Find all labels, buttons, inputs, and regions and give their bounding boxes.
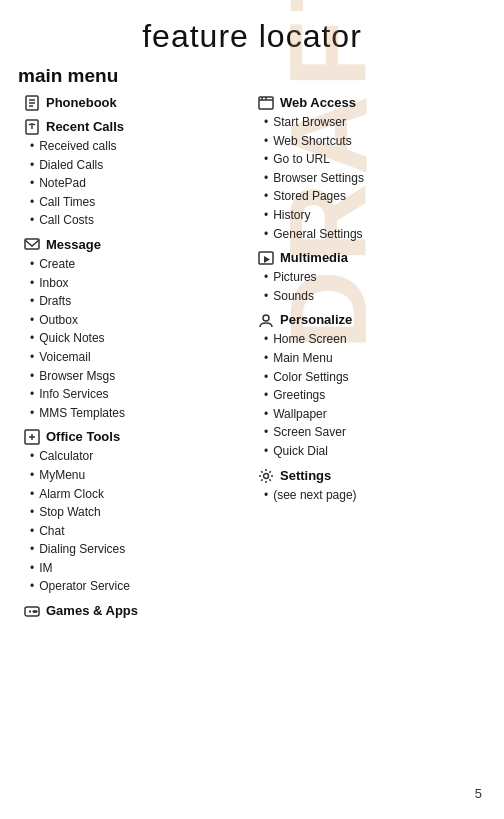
list-item: Create [30,255,252,274]
personalize-icon [252,311,280,329]
menu-header-phonebook: Phonebook [18,93,252,112]
menu-group-multimedia: MultimediaPicturesSounds [252,248,486,305]
list-item: Info Services [30,385,252,404]
web-access-sublist: Start BrowserWeb ShortcutsGo to URLBrows… [252,113,486,243]
list-item: Pictures [264,268,486,287]
list-item: Browser Msgs [30,367,252,386]
recent-calls-icon [18,118,46,136]
multimedia-label: Multimedia [280,250,348,265]
menu-group-office-tools: Office ToolsCalculatorMyMenuAlarm ClockS… [18,427,252,596]
menu-header-message: Message [18,235,252,254]
menu-header-personalize: Personalize [252,310,486,329]
svg-marker-20 [264,256,270,263]
list-item: Dialing Services [30,540,252,559]
menu-header-settings: Settings [252,466,486,485]
recent-calls-label: Recent Calls [46,119,124,134]
list-item: History [264,206,486,225]
right-column: Web AccessStart BrowserWeb ShortcutsGo t… [252,93,486,625]
list-item: Web Shortcuts [264,132,486,151]
list-item: Outbox [30,311,252,330]
list-item: Sounds [264,287,486,306]
office-tools-sublist: CalculatorMyMenuAlarm ClockStop WatchCha… [18,447,252,596]
menu-group-web-access: Web AccessStart BrowserWeb ShortcutsGo t… [252,93,486,243]
settings-label: Settings [280,468,331,483]
menu-group-personalize: PersonalizeHome ScreenMain MenuColor Set… [252,310,486,460]
office-tools-icon [18,428,46,446]
list-item: Operator Service [30,577,252,596]
menu-group-settings: Settings(see next page) [252,466,486,505]
phonebook-icon [18,94,46,112]
list-item: Drafts [30,292,252,311]
list-item: NotePad [30,174,252,193]
menu-group-games-apps: Games & Apps [18,601,252,620]
menu-header-office-tools: Office Tools [18,427,252,446]
web-access-icon [252,94,280,112]
svg-point-21 [263,315,269,321]
office-tools-label: Office Tools [46,429,120,444]
multimedia-sublist: PicturesSounds [252,268,486,305]
personalize-label: Personalize [280,312,352,327]
list-item: Wallpaper [264,405,486,424]
list-item: Color Settings [264,368,486,387]
games-apps-icon [18,602,46,620]
list-item: Stored Pages [264,187,486,206]
list-item: Dialed Calls [30,156,252,175]
message-label: Message [46,237,101,252]
list-item: Chat [30,522,252,541]
list-item: Call Costs [30,211,252,230]
list-item: Quick Dial [264,442,486,461]
web-access-label: Web Access [280,95,356,110]
menu-group-recent-calls: Recent CallsReceived callsDialed CallsNo… [18,117,252,230]
list-item: MyMenu [30,466,252,485]
multimedia-icon [252,249,280,267]
list-item: Go to URL [264,150,486,169]
list-item: General Settings [264,225,486,244]
phonebook-label: Phonebook [46,95,117,110]
list-item: Main Menu [264,349,486,368]
list-item: MMS Templates [30,404,252,423]
list-item: Inbox [30,274,252,293]
menu-group-phonebook: Phonebook [18,93,252,112]
settings-sublist: (see next page) [252,486,486,505]
message-sublist: CreateInboxDraftsOutboxQuick NotesVoicem… [18,255,252,422]
menu-header-games-apps: Games & Apps [18,601,252,620]
list-item: Browser Settings [264,169,486,188]
list-item: Received calls [30,137,252,156]
settings-icon [252,467,280,485]
list-item: Greetings [264,386,486,405]
list-item: IM [30,559,252,578]
list-item: Quick Notes [30,329,252,348]
menu-group-message: MessageCreateInboxDraftsOutboxQuick Note… [18,235,252,422]
list-item: Home Screen [264,330,486,349]
recent-calls-sublist: Received callsDialed CallsNotePadCall Ti… [18,137,252,230]
menu-header-web-access: Web Access [252,93,486,112]
list-item: Call Times [30,193,252,212]
list-item: Voicemail [30,348,252,367]
list-item: Start Browser [264,113,486,132]
list-item: Calculator [30,447,252,466]
list-item: Stop Watch [30,503,252,522]
svg-point-14 [35,611,37,613]
page-title: feature locator [0,0,504,65]
menu-header-multimedia: Multimedia [252,248,486,267]
personalize-sublist: Home ScreenMain MenuColor SettingsGreeti… [252,330,486,460]
svg-rect-6 [25,239,39,249]
games-apps-label: Games & Apps [46,603,138,618]
left-column: PhonebookRecent CallsReceived callsDiale… [18,93,252,625]
list-item: Screen Saver [264,423,486,442]
message-icon [18,236,46,254]
menu-header-recent-calls: Recent Calls [18,117,252,136]
section-title: main menu [18,65,486,87]
page-number: 5 [475,786,482,801]
list-item: (see next page) [264,486,486,505]
list-item: Alarm Clock [30,485,252,504]
svg-point-22 [264,473,269,478]
